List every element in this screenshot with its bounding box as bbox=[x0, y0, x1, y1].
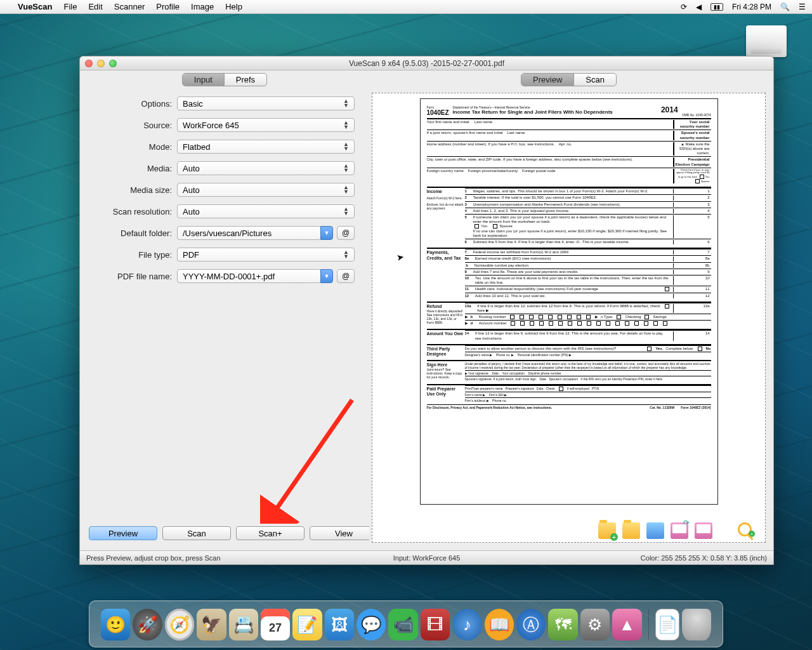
cursor-icon: ➤ bbox=[396, 251, 405, 263]
vuescan-window: VueScan 9 x64 (9.5.03) -2015-02-27-0001.… bbox=[79, 56, 774, 565]
printer-icon[interactable] bbox=[646, 522, 664, 539]
dock-separator bbox=[648, 609, 650, 640]
chevron-updown-icon: ▲▼ bbox=[343, 207, 349, 216]
image-icon[interactable] bbox=[695, 522, 712, 539]
tab-scan[interactable]: Scan bbox=[573, 74, 616, 86]
media-size-select[interactable]: Auto▲▼ bbox=[177, 183, 355, 197]
window-titlebar[interactable]: VueScan 9 x64 (9.5.03) -2015-02-27-0001.… bbox=[80, 56, 773, 70]
default-folder-label: Default folder: bbox=[95, 229, 177, 238]
dock-itunes[interactable]: ♪ bbox=[452, 609, 481, 640]
sync-icon[interactable]: ⟳ bbox=[681, 3, 687, 11]
zoom-button[interactable] bbox=[109, 60, 117, 67]
window-title: VueScan 9 x64 (9.5.03) -2015-02-27-0001.… bbox=[80, 59, 773, 68]
options-label: Options: bbox=[95, 99, 177, 109]
menu-profile[interactable]: Profile bbox=[156, 2, 180, 11]
menu-help[interactable]: Help bbox=[225, 2, 242, 11]
default-folder-input[interactable] bbox=[177, 226, 321, 240]
scan-resolution-select[interactable]: Auto▲▼ bbox=[177, 204, 355, 218]
menu-clock[interactable]: Fri 4:28 PM bbox=[732, 3, 771, 11]
default-folder-dropdown[interactable]: ▼ bbox=[320, 226, 333, 240]
dock-safari[interactable]: 🧭 bbox=[165, 609, 194, 640]
scanned-document: Form 1040EZ Department of the Treasury—I… bbox=[420, 98, 718, 505]
dock-vuescan[interactable]: ▲ bbox=[612, 609, 641, 640]
file-type-select[interactable]: PDF▲▼ bbox=[177, 248, 355, 262]
status-left: Press Preview, adjust crop box, press Sc… bbox=[86, 554, 221, 562]
scan-button[interactable]: Scan bbox=[162, 526, 231, 540]
image-rotate-icon[interactable] bbox=[671, 522, 688, 539]
dock-messages[interactable]: 💬 bbox=[357, 609, 386, 640]
media-select[interactable]: Auto▲▼ bbox=[177, 161, 355, 175]
dock-mail[interactable]: 🦅 bbox=[197, 609, 226, 640]
chevron-updown-icon: ▲▼ bbox=[343, 99, 349, 108]
menu-image[interactable]: Image bbox=[191, 2, 214, 11]
menu-scanner[interactable]: Scanner bbox=[114, 2, 145, 11]
dock-finder[interactable]: 🙂 bbox=[101, 609, 130, 640]
settings-tabs: Input Prefs bbox=[182, 73, 267, 86]
minimize-button[interactable] bbox=[97, 60, 105, 67]
chevron-updown-icon: ▲▼ bbox=[343, 164, 349, 173]
tab-preview[interactable]: Preview bbox=[521, 74, 573, 86]
preview-tabs: Preview Scan bbox=[521, 73, 617, 86]
pdf-file-name-at-button[interactable]: @ bbox=[337, 269, 355, 283]
chevron-updown-icon: ▲▼ bbox=[343, 250, 349, 259]
dock-contacts[interactable]: 📇 bbox=[229, 609, 258, 640]
tab-prefs[interactable]: Prefs bbox=[224, 74, 266, 86]
dock-launchpad[interactable]: 🚀 bbox=[133, 609, 162, 640]
dock-sysprefs[interactable]: ⚙ bbox=[580, 609, 610, 640]
chevron-updown-icon: ▲▼ bbox=[343, 121, 349, 129]
desktop-disk-icon[interactable] bbox=[746, 25, 787, 57]
spotlight-icon[interactable]: 🔍 bbox=[780, 3, 790, 11]
pdf-file-name-dropdown[interactable]: ▼ bbox=[320, 269, 333, 283]
dock-trash[interactable] bbox=[682, 609, 711, 640]
pdf-file-name-input[interactable] bbox=[177, 269, 321, 283]
volume-icon[interactable]: ◀ bbox=[696, 3, 702, 11]
dock: 🙂 🚀 🧭 🦅 📇 27 📝 🖼 💬 📹 🎞 ♪ 📖 Ⓐ 🗺 ⚙ ▲ 📄 bbox=[89, 600, 723, 647]
source-select[interactable]: WorkForce 645▲▼ bbox=[177, 118, 355, 132]
dock-photobooth[interactable]: 🎞 bbox=[421, 609, 450, 640]
mode-label: Mode: bbox=[95, 142, 177, 152]
chevron-updown-icon: ▲▼ bbox=[343, 185, 349, 194]
notification-center-icon[interactable]: ☰ bbox=[799, 3, 806, 11]
preview-button[interactable]: Preview bbox=[89, 526, 157, 540]
media-size-label: Media size: bbox=[95, 185, 177, 195]
settings-form: Options: Basic▲▼ Source: WorkForce 645▲▼… bbox=[85, 93, 364, 287]
dock-maps[interactable]: 🗺 bbox=[548, 609, 577, 640]
dock-appstore[interactable]: Ⓐ bbox=[516, 609, 546, 640]
preview-pane: Preview Scan ➤ Form 1040EZ Department of… bbox=[369, 70, 768, 545]
dock-ibooks[interactable]: 📖 bbox=[485, 609, 514, 640]
zoom-in-icon[interactable]: + bbox=[738, 522, 756, 539]
status-right: Color: 255 255 255 X: 0.58 Y: 3.85 (inch… bbox=[641, 554, 767, 562]
menu-bar: VueScan File Edit Scanner Profile Image … bbox=[0, 0, 812, 14]
scan-resolution-label: Scan resolution: bbox=[95, 207, 177, 216]
file-type-label: File type: bbox=[95, 250, 177, 260]
action-buttons: Preview Scan Scan+ View bbox=[89, 526, 378, 540]
chevron-updown-icon: ▲▼ bbox=[343, 142, 349, 151]
dock-calendar[interactable]: 27 bbox=[261, 609, 290, 640]
folder-new-icon[interactable]: + bbox=[598, 522, 616, 539]
menu-edit[interactable]: Edit bbox=[88, 2, 102, 11]
scan-plus-button[interactable]: Scan+ bbox=[236, 526, 304, 540]
pdf-file-name-label: PDF file name: bbox=[95, 272, 177, 281]
battery-icon[interactable]: ▮▮ bbox=[710, 3, 723, 11]
options-select[interactable]: Basic▲▼ bbox=[177, 96, 355, 110]
mode-select[interactable]: Flatbed▲▼ bbox=[177, 140, 355, 154]
output-toolbar: + + bbox=[598, 522, 756, 539]
status-bar: Press Preview, adjust crop box, press Sc… bbox=[80, 550, 773, 564]
view-button[interactable]: View bbox=[310, 526, 378, 540]
settings-pane: Input Prefs Options: Basic▲▼ Source: Wor… bbox=[85, 70, 364, 545]
menu-file[interactable]: File bbox=[63, 2, 77, 11]
source-label: Source: bbox=[95, 121, 177, 130]
folder-open-icon[interactable] bbox=[622, 522, 640, 539]
dock-notes[interactable]: 📝 bbox=[292, 609, 322, 640]
media-label: Media: bbox=[95, 164, 177, 173]
dock-facetime[interactable]: 📹 bbox=[388, 609, 417, 640]
dock-document[interactable]: 📄 bbox=[655, 609, 679, 640]
default-folder-at-button[interactable]: @ bbox=[337, 226, 355, 240]
tab-input[interactable]: Input bbox=[183, 74, 224, 86]
close-button[interactable] bbox=[85, 60, 93, 67]
preview-area[interactable]: ➤ Form 1040EZ Department of the Treasury… bbox=[372, 93, 766, 543]
app-menu[interactable]: VueScan bbox=[18, 2, 52, 11]
dock-preview[interactable]: 🖼 bbox=[325, 609, 354, 640]
